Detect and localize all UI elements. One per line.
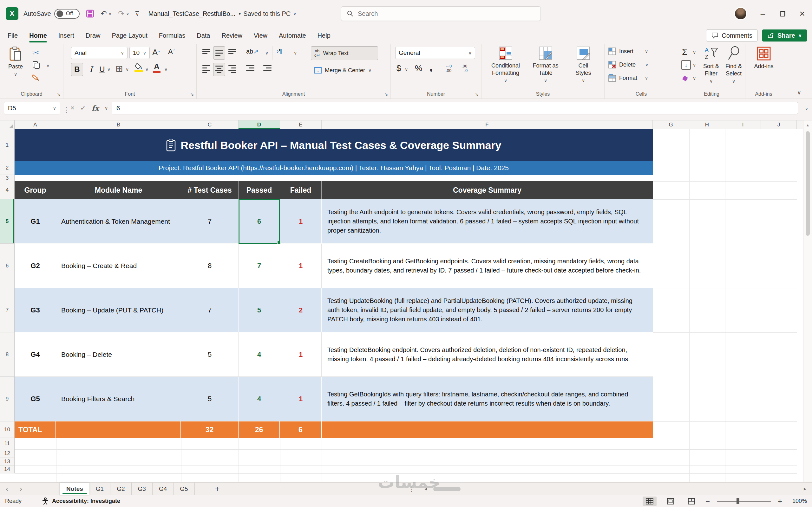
chevron-down-icon[interactable]: ∨	[145, 67, 148, 72]
cell-failed[interactable]: 1	[280, 377, 322, 421]
chevron-down-icon[interactable]: ∨	[265, 51, 268, 55]
insert-cells-button[interactable]: Insert ∨	[608, 48, 648, 55]
total-failed-cell[interactable]: 6	[280, 421, 322, 438]
cell-failed[interactable]: 1	[280, 244, 322, 288]
row-header-5[interactable]: 5	[0, 199, 14, 244]
autosave-toggle[interactable]: Off	[54, 9, 80, 19]
clear-button[interactable]: ◆	[681, 73, 689, 83]
cell-styles-button[interactable]: Cell Styles ∨	[566, 46, 601, 83]
clipboard-dialog-launcher-icon[interactable]: ↘	[57, 92, 61, 97]
merge-center-button[interactable]: ↔ Merge & Center ∨	[311, 63, 386, 77]
total-passed-cell[interactable]: 26	[239, 421, 280, 438]
scroll-up-icon[interactable]: ▴	[803, 122, 812, 127]
chevron-down-icon[interactable]: ∨	[693, 76, 696, 80]
total-label-cell[interactable]: TOTAL	[14, 421, 56, 438]
chevron-down-icon[interactable]: ∨	[405, 67, 408, 72]
zoom-slider-thumb[interactable]	[737, 498, 740, 504]
sheet-tab-g3[interactable]: G3	[132, 483, 153, 495]
search-box[interactable]	[341, 6, 541, 21]
header-coverage-summary[interactable]: Coverage Summary	[322, 181, 653, 199]
column-header-j[interactable]: J	[761, 120, 797, 129]
sort-filter-button[interactable]: AZ Sort & Filter ∨	[699, 46, 723, 83]
column-header-f[interactable]: F	[322, 120, 653, 129]
conditional-formatting-button[interactable]: Conditional Formatting ∨	[485, 46, 526, 83]
row-header-4[interactable]: 4	[0, 181, 14, 199]
row-header-2[interactable]: 2	[0, 161, 14, 175]
autosum-button[interactable]: Σ	[682, 47, 687, 57]
row-header-11[interactable]: 11	[0, 438, 14, 449]
customize-toolbar-button[interactable]: ∨	[136, 11, 139, 16]
restore-button[interactable]	[773, 0, 792, 27]
scroll-right-button[interactable]: ▸	[804, 483, 806, 495]
addins-button[interactable]: Add-ins	[750, 46, 778, 70]
row-header-9[interactable]: 9	[0, 377, 14, 421]
expand-formula-bar-button[interactable]: ∨	[805, 107, 808, 111]
column-header-a[interactable]: A	[14, 120, 56, 129]
cell-test-cases[interactable]: 5	[181, 377, 239, 421]
enter-button[interactable]: ✓	[80, 104, 86, 112]
cell-summary[interactable]: Testing GetBookingIds with query filters…	[322, 377, 653, 421]
cut-button[interactable]: ✂	[32, 48, 39, 57]
sheet-tab-g2[interactable]: G2	[110, 483, 131, 495]
format-painter-button[interactable]	[32, 73, 41, 83]
column-header-e[interactable]: E	[280, 120, 322, 129]
borders-button[interactable]: ⊞	[115, 63, 123, 74]
normal-view-button[interactable]	[643, 497, 657, 506]
next-sheet-button[interactable]: ›	[14, 483, 28, 495]
text-direction-button[interactable]: ›¶	[276, 48, 282, 55]
tab-review[interactable]: Review	[221, 27, 242, 44]
font-name-select[interactable]: Arial ∨	[71, 47, 128, 59]
chevron-down-icon[interactable]: ∨	[693, 50, 696, 55]
cell-module[interactable]: Booking – Create & Read	[56, 244, 181, 288]
fill-color-button[interactable]	[135, 63, 143, 72]
redo-button[interactable]: ↷ ∨	[118, 10, 129, 17]
chevron-down-icon[interactable]: ∨	[105, 106, 108, 110]
cell-group[interactable]: G2	[14, 244, 56, 288]
paste-button[interactable]: Paste ∨	[4, 46, 27, 76]
tab-automate[interactable]: Automate	[279, 27, 306, 44]
cell-test-cases[interactable]: 7	[181, 199, 239, 243]
decrease-indent-button[interactable]	[246, 65, 254, 71]
tab-help[interactable]: Help	[317, 27, 331, 44]
sheet-subtitle-cell[interactable]: Project: Restful Booker API (https://res…	[14, 161, 653, 175]
sheet-title-cell[interactable]: Restful Booker API – Manual Test Cases &…	[14, 129, 653, 161]
align-bottom-button[interactable]	[229, 49, 236, 54]
wrap-text-button[interactable]: abc↩ Wrap Text	[311, 46, 378, 60]
cell-passed[interactable]: 4	[239, 377, 280, 421]
tab-draw[interactable]: Draw	[86, 27, 101, 44]
cell-group[interactable]: G1	[14, 199, 56, 243]
save-status[interactable]: • Saved to this PC ∨	[239, 10, 296, 17]
bold-button[interactable]: B	[71, 63, 83, 76]
zoom-level[interactable]: 100%	[789, 498, 807, 504]
font-dialog-launcher-icon[interactable]: ↘	[190, 92, 194, 97]
column-header-c[interactable]: C	[181, 120, 239, 129]
cell-test-cases[interactable]: 5	[181, 332, 239, 377]
tab-home[interactable]: Home	[29, 27, 47, 44]
header-group[interactable]: Group	[14, 181, 56, 199]
format-as-table-button[interactable]: Format as Table ∨	[526, 46, 565, 83]
header-passed[interactable]: Passed	[239, 181, 280, 199]
chevron-down-icon[interactable]: ∨	[125, 67, 129, 72]
excel-app-icon[interactable]: X	[6, 7, 18, 20]
new-sheet-button[interactable]: +	[209, 483, 225, 495]
cell-module[interactable]: Booking Filters & Search	[56, 377, 181, 421]
horizontal-scrollbar-thumb[interactable]	[433, 487, 461, 491]
prev-sheet-button[interactable]: ‹	[0, 483, 14, 495]
align-top-button[interactable]	[202, 49, 210, 54]
decrease-decimal-button[interactable]: .00→0	[461, 64, 467, 73]
select-all-corner[interactable]	[0, 120, 14, 129]
cell-passed[interactable]: 4	[239, 332, 280, 377]
sheet-tab-g1[interactable]: G1	[90, 483, 110, 495]
comma-style-button[interactable]: ,	[429, 61, 432, 73]
vertical-scrollbar-thumb[interactable]	[806, 131, 810, 236]
orientation-button[interactable]: ab↗	[246, 48, 258, 55]
share-button[interactable]: Share ∨	[762, 30, 807, 42]
find-select-button[interactable]: Find & Select ∨	[723, 46, 744, 83]
font-size-select[interactable]: 10 ∨	[130, 47, 150, 59]
align-left-button[interactable]	[202, 65, 210, 73]
header-module-name[interactable]: Module Name	[56, 181, 181, 199]
accessibility-status[interactable]: Accessibility: Investigate	[42, 498, 120, 505]
cell-summary[interactable]: Testing CreateBooking and GetBooking end…	[322, 244, 653, 288]
cell-test-cases[interactable]: 7	[181, 288, 239, 332]
zoom-out-button[interactable]: −	[705, 497, 710, 506]
